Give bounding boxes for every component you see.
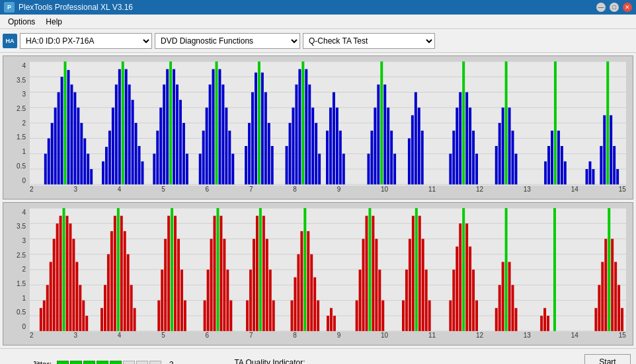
svg-rect-205 [356,300,358,331]
svg-rect-212 [378,270,381,331]
menu-help[interactable]: Help [40,16,67,28]
svg-rect-77 [315,123,317,184]
svg-rect-100 [452,131,455,184]
svg-rect-21 [83,138,86,184]
close-button[interactable]: ✕ [623,3,632,12]
toolbar: HA HA:0 ID:0 PX-716A DVD Diagnostic Func… [0,29,636,53]
svg-rect-111 [505,61,508,184]
svg-rect-27 [112,108,114,184]
svg-rect-79 [326,131,329,184]
svg-rect-103 [462,61,465,184]
jitter-progress [57,361,161,365]
svg-rect-90 [383,85,386,184]
chart-top-container: 0 0.5 1 1.5 2 2.5 3 3.5 4 [3,56,633,199]
maximize-button[interactable]: □ [610,3,619,12]
function-select[interactable]: DVD Diagnostic Functions [155,33,300,49]
svg-rect-43 [173,69,175,185]
svg-rect-178 [214,215,216,331]
svg-rect-222 [428,300,431,331]
svg-rect-73 [301,61,304,184]
svg-rect-39 [159,108,162,184]
svg-rect-60 [248,123,251,184]
svg-rect-112 [508,108,511,184]
svg-rect-195 [297,254,299,330]
svg-rect-33 [132,100,134,184]
svg-rect-16 [67,70,69,184]
svg-rect-31 [125,69,128,185]
test-select[interactable]: Q-Check TA Test [303,33,435,49]
svg-rect-153 [82,300,85,331]
svg-rect-32 [128,85,131,184]
svg-rect-149 [69,223,71,331]
svg-rect-80 [329,108,332,184]
svg-rect-17 [70,85,73,184]
svg-rect-216 [409,238,411,331]
svg-rect-23 [90,169,93,184]
svg-rect-19 [77,108,79,184]
svg-rect-148 [66,215,69,331]
svg-rect-50 [206,108,208,184]
jitter-seg-4 [97,361,108,365]
svg-rect-198 [307,231,309,330]
svg-rect-244 [598,285,600,331]
device-select[interactable]: HA:0 ID:0 PX-716A [20,33,152,49]
svg-rect-25 [105,147,108,184]
svg-rect-37 [153,154,155,185]
svg-rect-206 [359,270,362,331]
svg-rect-28 [115,85,118,184]
start-button[interactable]: Start [584,354,631,365]
svg-rect-75 [308,85,311,184]
svg-rect-114 [514,154,517,185]
svg-rect-193 [291,300,294,331]
svg-rect-229 [469,246,471,331]
svg-rect-127 [606,61,609,184]
svg-rect-173 [180,270,183,331]
svg-rect-113 [512,131,514,184]
svg-rect-58 [231,154,234,185]
svg-rect-240 [543,308,546,331]
svg-rect-231 [475,300,478,331]
svg-rect-36 [141,161,144,184]
minimize-button[interactable]: — [596,3,606,12]
metrics-left: Jitter: 3 Peak Shift: [5,360,190,365]
titlebar: P PlexTools Professional XL V3.16 — □ ✕ [0,0,636,15]
svg-rect-12 [54,108,57,184]
svg-rect-251 [621,308,623,331]
svg-rect-44 [176,85,179,184]
svg-rect-163 [127,254,130,330]
svg-rect-86 [370,131,373,184]
svg-rect-101 [456,108,458,184]
svg-rect-94 [408,138,411,184]
svg-rect-185 [249,270,252,331]
svg-rect-99 [449,154,452,185]
svg-rect-48 [199,154,202,185]
svg-rect-187 [256,215,258,331]
menu-options[interactable]: Options [3,16,40,28]
jitter-seg-6 [123,361,135,365]
svg-rect-157 [107,254,110,330]
svg-rect-144 [53,238,56,331]
svg-rect-162 [124,231,126,330]
svg-rect-29 [118,69,121,185]
svg-rect-65 [264,92,267,185]
svg-rect-190 [266,238,268,331]
svg-rect-227 [462,208,465,331]
svg-rect-46 [182,123,185,184]
svg-rect-129 [613,146,616,184]
svg-rect-74 [305,69,307,185]
svg-rect-214 [402,300,405,331]
svg-rect-66 [268,123,270,184]
svg-rect-109 [498,123,501,184]
svg-rect-160 [117,208,120,331]
svg-rect-192 [272,300,275,331]
svg-rect-218 [415,208,418,331]
chart-bottom-x-labels: 2 3 4 5 6 7 8 9 10 11 12 13 14 15 [30,332,626,344]
svg-rect-249 [614,262,617,331]
svg-rect-164 [130,285,133,331]
svg-rect-42 [169,61,172,184]
svg-rect-41 [166,69,169,185]
svg-rect-188 [259,208,262,331]
svg-rect-85 [367,154,370,185]
svg-rect-96 [415,92,417,185]
jitter-seg-3 [83,361,95,365]
